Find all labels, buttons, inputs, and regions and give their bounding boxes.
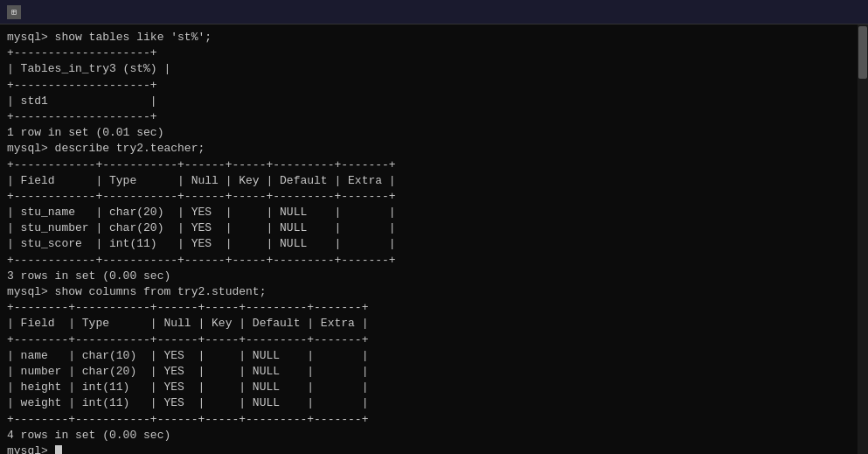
cursor [55, 445, 62, 454]
terminal-line: mysql> [7, 444, 861, 454]
title-bar-controls [802, 3, 861, 21]
terminal-area[interactable]: mysql> show tables like 'st%';+---------… [0, 24, 868, 454]
terminal-content: mysql> show tables like 'st%';+---------… [7, 30, 861, 454]
terminal-line: +--------+-----------+------+-----+-----… [7, 412, 861, 428]
window: ⊞ mysql> show tables like 'st%';+-------… [0, 0, 868, 454]
terminal-line: | Field | Type | Null | Key | Default | … [7, 316, 861, 332]
app-icon: ⊞ [7, 5, 21, 19]
terminal-line: mysql> show tables like 'st%'; [7, 30, 861, 45]
terminal-line: +------------+-----------+------+-----+-… [7, 253, 861, 269]
terminal-line: | stu_number | char(20) | YES | | NULL |… [7, 220, 861, 236]
terminal-line: | weight | int(11) | YES | | NULL | | [7, 395, 861, 411]
scrollbar[interactable] [858, 24, 868, 454]
terminal-line: +--------------------+ [7, 109, 861, 125]
terminal-line: 3 rows in set (0.00 sec) [7, 269, 861, 284]
close-button[interactable] [844, 3, 861, 21]
title-bar: ⊞ [0, 0, 868, 24]
terminal-line: | number | char(20) | YES | | NULL | | [7, 364, 861, 380]
minimize-button[interactable] [802, 3, 819, 21]
terminal-line: | std1 | [7, 94, 861, 109]
terminal-line: +------------+-----------+------+-----+-… [7, 157, 861, 173]
terminal-line: +--------+-----------+------+-----+-----… [7, 300, 861, 316]
terminal-line: mysql> describe try2.teacher; [7, 141, 861, 157]
terminal-line: +--------------------+ [7, 78, 861, 94]
scrollbar-thumb[interactable] [858, 26, 867, 79]
terminal-line: +--------------------+ [7, 45, 861, 61]
terminal-line: | Field | Type | Null | Key | Default | … [7, 173, 861, 189]
terminal-line: | stu_name | char(20) | YES | | NULL | | [7, 205, 861, 220]
terminal-line: | Tables_in_try3 (st%) | [7, 61, 861, 77]
terminal-line: | height | int(11) | YES | | NULL | | [7, 380, 861, 395]
terminal-line: 1 row in set (0.01 sec) [7, 125, 861, 141]
terminal-line: | name | char(10) | YES | | NULL | | [7, 348, 861, 364]
maximize-button[interactable] [823, 3, 840, 21]
terminal-line: +------------+-----------+------+-----+-… [7, 189, 861, 205]
terminal-line: 4 rows in set (0.00 sec) [7, 428, 861, 444]
terminal-line: | stu_score | int(11) | YES | | NULL | | [7, 236, 861, 252]
title-bar-left: ⊞ [7, 5, 26, 19]
terminal-line: mysql> show columns from try2.student; [7, 284, 861, 300]
terminal-line: +--------+-----------+------+-----+-----… [7, 332, 861, 348]
